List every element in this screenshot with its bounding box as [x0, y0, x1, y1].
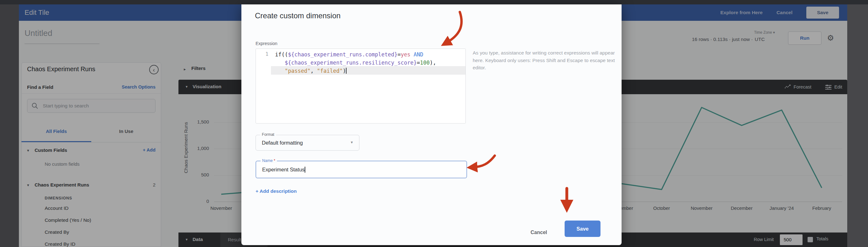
browser-bookmarks-bar	[0, 0, 868, 4]
code-line[interactable]: if((${chaos_experiment_runs.completed}=y…	[275, 50, 464, 59]
code-token: "failed"	[317, 68, 343, 74]
dialog-save-button[interactable]: Save	[565, 221, 600, 237]
code-token: =	[398, 51, 401, 58]
create-custom-dimension-dialog: Create custom dimension Expression 1 if(…	[241, 4, 622, 245]
name-input[interactable]: Name * Experiment Status	[255, 161, 467, 178]
code-token: yes	[401, 51, 410, 58]
expression-label: Expression	[255, 41, 277, 46]
dialog-cancel-button[interactable]: Cancel	[525, 224, 553, 241]
chevron-down-icon: ▾	[350, 140, 353, 145]
frame-left-edge	[0, 4, 19, 247]
frame-right-edge	[847, 4, 868, 247]
format-value: Default formatting	[262, 135, 303, 150]
dialog-title: Create custom dimension	[255, 11, 341, 20]
code-token: =	[417, 59, 420, 66]
format-select[interactable]: Format Default formatting ▾	[255, 135, 360, 150]
code-token: ),	[430, 59, 436, 66]
expression-assist-text: As you type, assistance for writing corr…	[473, 49, 615, 72]
code-token: ,	[311, 68, 317, 74]
name-value: Experiment Status	[262, 161, 305, 178]
screen: Edit Tile Explore from Here Cancel Save …	[0, 0, 868, 247]
code-token	[410, 51, 413, 58]
add-description-link[interactable]: + Add description	[255, 188, 297, 194]
code-token: if((	[275, 51, 288, 58]
line-number: 1	[260, 51, 269, 57]
code-line[interactable]: "passed", "failed")	[275, 67, 464, 75]
expression-code[interactable]: if((${chaos_experiment_runs.completed}=y…	[275, 50, 464, 75]
code-token: AND	[413, 51, 423, 58]
code-line[interactable]: ${chaos_experiment_runs.resiliency_score…	[275, 59, 464, 67]
text-cursor	[346, 68, 346, 74]
text-cursor	[305, 167, 305, 173]
code-token: ${chaos_experiment_runs.completed}	[288, 51, 398, 58]
code-token: ${chaos_experiment_runs.resiliency_score…	[285, 59, 417, 66]
code-token: 100	[420, 59, 430, 66]
code-token: )	[343, 68, 346, 74]
code-token: "passed"	[285, 68, 311, 74]
